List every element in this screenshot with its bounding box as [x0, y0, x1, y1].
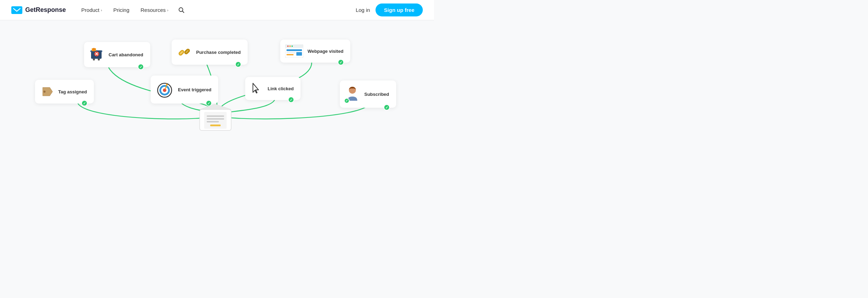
target-icon — [156, 80, 174, 99]
link-clicked-label: Link clicked — [268, 86, 294, 91]
svg-rect-34 — [207, 115, 224, 117]
svg-rect-22 — [287, 54, 294, 55]
svg-rect-35 — [207, 118, 224, 120]
envelope-icon — [198, 104, 233, 132]
card-tag-assigned[interactable]: Tag assigned ✓ — [35, 80, 94, 104]
person-check-badge: ✓ — [344, 98, 350, 104]
svg-point-19 — [291, 45, 293, 47]
svg-point-7 — [98, 58, 100, 61]
svg-point-18 — [289, 45, 291, 47]
nav-product[interactable]: Product › — [77, 4, 106, 16]
card-event-triggered[interactable]: Event triggered ✓ — [151, 76, 218, 104]
svg-rect-21 — [287, 52, 296, 54]
search-icon — [178, 7, 185, 13]
logo-text: GetResponse — [25, 6, 66, 14]
person-icon-container: ✓ — [345, 85, 360, 103]
svg-rect-36 — [207, 121, 219, 122]
tag-check-badge: ✓ — [81, 100, 88, 106]
logo[interactable]: GetResponse — [11, 6, 66, 14]
svg-rect-23 — [296, 52, 302, 56]
svg-line-2 — [182, 11, 184, 13]
svg-point-24 — [43, 91, 46, 93]
svg-point-6 — [93, 58, 95, 61]
card-webpage-visited[interactable]: Webpage visited ✓ — [280, 40, 350, 63]
event-triggered-label: Event triggered — [178, 87, 211, 92]
svg-rect-0 — [11, 6, 22, 14]
card-purchase-completed[interactable]: Purchase completed ✓ — [172, 40, 248, 65]
card-link-clicked[interactable]: Link clicked ✓ — [245, 77, 301, 100]
cart-icon — [89, 47, 104, 62]
svg-rect-10 — [93, 48, 95, 51]
nav-links: Product › Pricing Resources › — [77, 4, 356, 16]
cart-abandoned-label: Cart abandoned — [109, 52, 143, 57]
login-button[interactable]: Log in — [356, 7, 370, 13]
resources-chevron-icon: › — [167, 8, 168, 12]
envelope-center — [198, 104, 233, 132]
svg-rect-37 — [210, 125, 221, 126]
webpage-check-badge: ✓ — [338, 59, 344, 65]
signup-button[interactable]: Sign up free — [376, 3, 423, 16]
cart-check-badge: ✓ — [138, 64, 144, 70]
link-check-badge: ✓ — [288, 97, 294, 103]
subscribed-label: Subscribed — [364, 92, 389, 97]
svg-point-17 — [287, 45, 289, 47]
svg-point-28 — [163, 88, 166, 92]
workflow-area: Cart abandoned ✓ Purchase completed ✓ — [0, 20, 434, 149]
webpage-icon — [285, 44, 303, 58]
nav-resources[interactable]: Resources › — [136, 4, 172, 16]
subscribed-check-badge: ✓ — [384, 104, 390, 111]
product-chevron-icon: › — [101, 8, 102, 12]
logo-icon — [11, 6, 22, 14]
navbar: GetResponse Product › Pricing Resources … — [0, 0, 434, 20]
search-button[interactable] — [175, 4, 187, 16]
webpage-visited-label: Webpage visited — [308, 49, 343, 54]
cursor-icon — [250, 82, 263, 95]
purchase-check-badge: ✓ — [235, 61, 241, 68]
card-cart-abandoned[interactable]: Cart abandoned ✓ — [84, 42, 150, 67]
purchase-completed-label: Purchase completed — [196, 50, 241, 55]
card-subscribed[interactable]: ✓ Subscribed ✓ — [340, 80, 396, 108]
tag-assigned-label: Tag assigned — [58, 89, 87, 94]
tag-icon — [40, 85, 54, 99]
svg-rect-20 — [287, 49, 302, 51]
nav-pricing[interactable]: Pricing — [109, 4, 133, 16]
chain-icon — [177, 44, 192, 60]
nav-right: Log in Sign up free — [356, 3, 423, 16]
